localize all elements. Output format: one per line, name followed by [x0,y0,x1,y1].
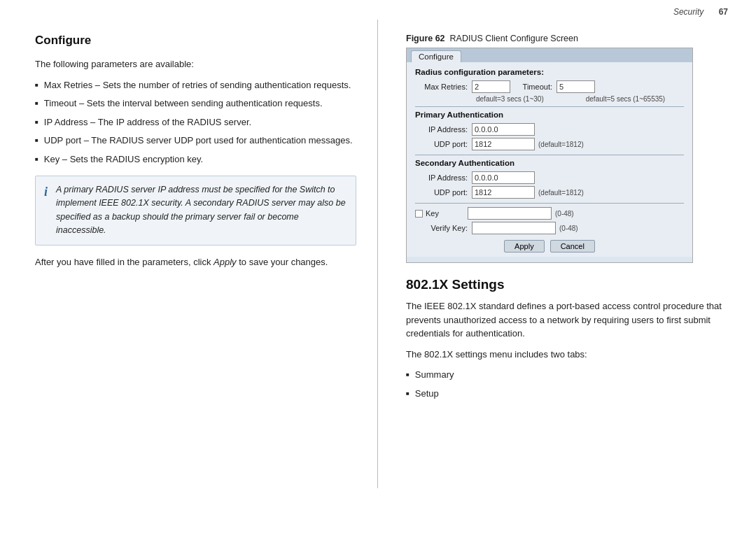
configure-title: Configure [35,34,356,48]
primary-udp-input[interactable] [472,138,535,150]
timeout-input[interactable] [556,80,595,93]
left-column: Configure The following parameters are a… [0,20,378,488]
primary-ip-input[interactable] [472,123,535,136]
divider-2 [415,155,684,155]
list-item: IP Address – The IP address of the RADIU… [35,115,356,129]
button-row: Apply Cancel [415,240,684,253]
secondary-udp-row: UDP port: (default=1812) [415,186,684,199]
info-box: i A primary RADIUS server IP address mus… [35,176,356,246]
screen-tab-bar: Configure [407,48,692,62]
max-retries-input[interactable] [472,80,510,93]
key-hint: (0-48) [555,210,574,218]
apply-text: After you have filled in the parameters,… [35,255,356,269]
configure-tab[interactable]: Configure [411,50,461,62]
max-retries-hint: default=3 secs (1~30) [476,95,544,103]
hints-row: default=3 secs (1~30) default=5 secs (1~… [472,95,684,103]
secondary-ip-label: IP Address: [415,173,468,182]
secondary-ip-row: IP Address: [415,171,684,184]
verify-key-hint: (0-48) [559,225,578,232]
list-item-summary: Summary [406,368,735,382]
key-input[interactable] [468,207,552,220]
max-retries-label: Max Retries: [415,83,468,91]
divider-3 [415,203,684,204]
section-802-intro: The IEEE 802.1X standard defines a port-… [406,299,735,341]
max-retries-timeout-row: Max Retries: Timeout: [415,80,684,93]
screen-mockup: Configure Radius configuration parameter… [406,48,693,263]
primary-udp-label: UDP port: [415,140,468,148]
section-802-tabs-intro: The 802.1X settings menu includes two ta… [406,348,735,362]
cancel-button[interactable]: Cancel [550,240,595,253]
section-802-title: 802.1X Settings [406,277,735,292]
right-column: Figure 62 RADIUS Client Configure Screen… [378,20,756,488]
list-item: Key – Sets the RADIUS encryption key. [35,152,356,166]
secondary-auth-section: Secondary Authentication IP Address: UDP… [415,159,684,199]
primary-ip-row: IP Address: [415,123,684,136]
main-content: Configure The following parameters are a… [0,20,756,509]
info-icon: i [44,185,48,199]
key-checkbox-label: Key [415,209,468,218]
header-page-number: 67 [719,7,728,17]
section-802-bullet-list: Summary Setup [406,368,735,400]
list-item: UDP port – The RADIUS server UDP port us… [35,134,356,148]
divider-1 [415,106,684,107]
verify-key-row: Verify Key: (0-48) [415,222,684,234]
key-checkbox[interactable] [415,210,423,218]
apply-button[interactable]: Apply [504,240,545,253]
key-row: Key (0-48) [415,207,684,220]
list-item-setup: Setup [406,387,735,401]
verify-key-input[interactable] [472,222,556,234]
secondary-udp-label: UDP port: [415,188,468,197]
info-text: A primary RADIUS server IP address must … [56,183,347,238]
primary-auth-title: Primary Authentication [415,111,684,119]
header-security-label: Security [673,7,704,17]
primary-udp-row: UDP port: (default=1812) [415,138,684,150]
primary-ip-label: IP Address: [415,125,468,134]
bullet-list: Max Retries – Sets the number of retries… [35,78,356,166]
secondary-auth-title: Secondary Authentication [415,159,684,167]
figure-caption: Figure 62 RADIUS Client Configure Screen [406,34,735,43]
secondary-ip-input[interactable] [472,171,535,184]
primary-auth-section: Primary Authentication IP Address: UDP p… [415,111,684,150]
timeout-label: Timeout: [510,83,552,91]
primary-udp-hint: (default=1812) [538,141,584,148]
verify-key-label: Verify Key: [415,224,468,232]
secondary-udp-hint: (default=1812) [538,189,584,197]
list-item: Max Retries – Sets the number of retries… [35,78,356,92]
screen-body: Radius configuration parameters: Max Ret… [407,62,692,257]
timeout-hint: default=5 secs (1~65535) [586,95,665,103]
page-header: Security 67 [0,0,756,20]
config-params-title: Radius configuration parameters: [415,68,684,76]
list-item: Timeout – Sets the interval between send… [35,97,356,111]
intro-text: The following parameters are available: [35,57,356,71]
secondary-udp-input[interactable] [472,186,535,199]
